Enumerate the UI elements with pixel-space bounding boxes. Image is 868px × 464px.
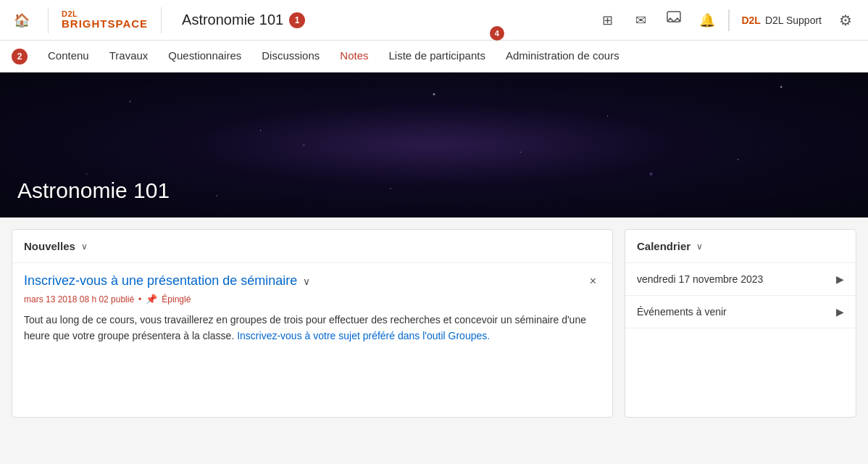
news-close-button[interactable]: × bbox=[585, 273, 601, 289]
bell-icon-button[interactable]: 🔔 bbox=[693, 7, 721, 34]
news-body: Tout au long de ce cours, vous travaille… bbox=[24, 312, 601, 344]
calendrier-header: Calendrier ∨ bbox=[625, 230, 856, 263]
nav-badge-2: 2 bbox=[12, 49, 28, 65]
nav-divider-2 bbox=[161, 7, 162, 33]
chat-icon-button[interactable] bbox=[660, 7, 688, 34]
nav-administration[interactable]: Administration de cours bbox=[496, 41, 630, 72]
calendrier-events-label: Événements à venir bbox=[637, 306, 727, 318]
nav-questionnaires[interactable]: Questionnaires bbox=[158, 41, 251, 72]
nouvelles-panel: Nouvelles ∨ Inscrivez-vous à une présent… bbox=[12, 229, 613, 418]
news-item-title[interactable]: Inscrivez-vous à une présentation de sém… bbox=[24, 273, 578, 289]
chat-icon bbox=[666, 10, 682, 30]
d2l-support-link[interactable]: D2L Support bbox=[765, 14, 822, 26]
brand-brightspace: BRIGHTSPACE bbox=[62, 18, 148, 30]
news-meta: mars 13 2018 08 h 02 publié • 📌 Épinglé bbox=[24, 294, 601, 304]
main-content: Nouvelles ∨ Inscrivez-vous à une présent… bbox=[0, 218, 868, 429]
nav-contenu[interactable]: Contenu bbox=[28, 41, 99, 72]
top-navbar: 🏠 D2L BRIGHTSPACE Astronomie 101 1 ⊞ ✉ bbox=[0, 0, 868, 41]
nouvelles-title: Nouvelles bbox=[24, 240, 75, 252]
mail-icon-button[interactable]: ✉ bbox=[627, 7, 654, 34]
home-button[interactable]: 🏠 bbox=[9, 7, 35, 33]
news-pinned-label: Épinglé bbox=[162, 294, 191, 304]
bell-icon: 🔔 bbox=[699, 12, 715, 28]
grid-icon-button[interactable]: ⊞ bbox=[593, 7, 621, 34]
calendrier-title: Calendrier bbox=[637, 240, 690, 252]
pin-icon: 📌 bbox=[146, 294, 157, 304]
top-nav-left: 🏠 D2L BRIGHTSPACE Astronomie 101 1 bbox=[9, 7, 593, 33]
calendrier-item-events[interactable]: Événements à venir ▶ bbox=[625, 296, 856, 328]
settings-button[interactable]: ⚙ bbox=[832, 7, 859, 34]
top-nav-right: ⊞ ✉ 🔔 D2L D2L Support ⚙ bbox=[593, 7, 859, 34]
nav-badge-4: 4 bbox=[490, 26, 504, 41]
hero-banner: Astronomie 101 bbox=[0, 72, 868, 218]
nav-divider bbox=[48, 7, 49, 33]
calendrier-panel: Calendrier ∨ vendredi 17 novembre 2023 ▶… bbox=[625, 229, 856, 418]
nav-liste-participants[interactable]: Liste de participants bbox=[378, 41, 495, 72]
course-title-wrap: Astronomie 101 1 bbox=[182, 12, 305, 28]
nav-travaux[interactable]: Travaux bbox=[99, 41, 159, 72]
brand-logo[interactable]: D2L BRIGHTSPACE bbox=[62, 9, 148, 30]
calendrier-chevron[interactable]: ∨ bbox=[696, 241, 703, 252]
nouvelles-chevron[interactable]: ∨ bbox=[81, 241, 88, 252]
nav-notes[interactable]: Notes bbox=[330, 41, 378, 72]
nav-dots-divider bbox=[728, 9, 730, 31]
course-title: Astronomie 101 bbox=[182, 12, 283, 28]
calendrier-item-date[interactable]: vendredi 17 novembre 2023 ▶ bbox=[625, 263, 856, 296]
news-item-header: Inscrivez-vous à une présentation de sém… bbox=[24, 273, 601, 289]
news-date: mars 13 2018 08 h 02 publié bbox=[24, 294, 134, 304]
hero-title: Astronomie 101 bbox=[17, 178, 170, 203]
nav-discussions[interactable]: Discussions bbox=[251, 41, 330, 72]
news-groups-link[interactable]: Inscrivez-vous à votre sujet préféré dan… bbox=[237, 330, 490, 341]
course-badge: 1 bbox=[289, 12, 305, 28]
user-menu[interactable]: D2L D2L Support bbox=[737, 14, 826, 26]
news-item: Inscrivez-vous à une présentation de sém… bbox=[12, 263, 612, 355]
user-name: D2L bbox=[741, 14, 760, 26]
course-navbar: 2 Contenu Travaux Questionnaires Discuss… bbox=[0, 41, 868, 72]
mail-icon: ✉ bbox=[635, 12, 646, 28]
svg-rect-0 bbox=[667, 12, 680, 22]
news-bullet: • bbox=[138, 294, 141, 304]
gear-icon: ⚙ bbox=[839, 12, 852, 29]
grid-icon: ⊞ bbox=[602, 12, 613, 28]
calendrier-date-label: vendredi 17 novembre 2023 bbox=[637, 273, 763, 285]
nav-liste-wrap: Liste de participants 4 bbox=[378, 41, 495, 72]
news-chevron[interactable]: ∨ bbox=[303, 276, 310, 287]
calendrier-events-arrow: ▶ bbox=[836, 306, 844, 318]
calendrier-date-arrow: ▶ bbox=[836, 273, 844, 285]
nouvelles-header: Nouvelles ∨ bbox=[12, 230, 612, 263]
